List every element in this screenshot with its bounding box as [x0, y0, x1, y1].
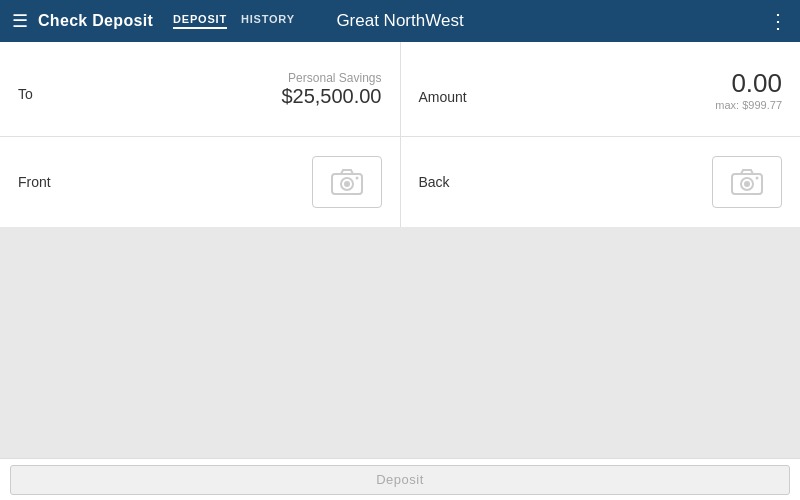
front-camera-button[interactable] — [312, 156, 382, 208]
to-account-name: Personal Savings — [281, 71, 381, 85]
front-cell[interactable]: Front — [0, 137, 401, 227]
photo-row: Front Back — [0, 137, 800, 227]
amount-cell[interactable]: Amount 0.00 max: $999.77 — [401, 42, 801, 136]
amount-max: max: $999.77 — [715, 99, 782, 111]
nav-deposit[interactable]: DEPOSIT — [173, 13, 227, 29]
amount-label: Amount — [419, 89, 467, 105]
camera-icon — [331, 169, 363, 195]
to-inner: To Personal Savings $25,500.00 — [18, 71, 382, 108]
svg-point-3 — [355, 177, 358, 180]
deposit-button[interactable]: Deposit — [10, 465, 790, 495]
to-right: Personal Savings $25,500.00 — [281, 71, 381, 108]
back-cell[interactable]: Back — [401, 137, 801, 227]
back-camera-button[interactable] — [712, 156, 782, 208]
grey-area — [0, 227, 800, 458]
deposit-bar: Deposit — [0, 458, 800, 500]
header-left: ☰ Check Deposit DEPOSIT HISTORY — [12, 10, 295, 32]
front-label: Front — [18, 174, 312, 190]
camera-icon-back — [731, 169, 763, 195]
nav-history[interactable]: HISTORY — [241, 13, 295, 29]
header: ☰ Check Deposit DEPOSIT HISTORY Great No… — [0, 0, 800, 42]
svg-point-8 — [756, 177, 759, 180]
to-cell[interactable]: To Personal Savings $25,500.00 — [0, 42, 401, 136]
back-label: Back — [419, 174, 713, 190]
amount-value: 0.00 — [715, 68, 782, 99]
main-content: To Personal Savings $25,500.00 Amount 0.… — [0, 42, 800, 500]
menu-icon[interactable]: ☰ — [12, 10, 28, 32]
to-label: To — [18, 86, 33, 102]
header-nav: DEPOSIT HISTORY — [173, 13, 295, 29]
amount-inner: Amount 0.00 max: $999.77 — [419, 68, 783, 111]
header-center-title: Great NorthWest — [336, 11, 463, 31]
svg-point-2 — [344, 181, 350, 187]
more-menu-icon[interactable]: ⋮ — [768, 9, 788, 33]
to-account-value: $25,500.00 — [281, 85, 381, 108]
amount-right: 0.00 max: $999.77 — [715, 68, 782, 111]
form-section: To Personal Savings $25,500.00 Amount 0.… — [0, 42, 800, 227]
top-row: To Personal Savings $25,500.00 Amount 0.… — [0, 42, 800, 137]
app-title: Check Deposit — [38, 12, 153, 30]
svg-point-7 — [744, 181, 750, 187]
